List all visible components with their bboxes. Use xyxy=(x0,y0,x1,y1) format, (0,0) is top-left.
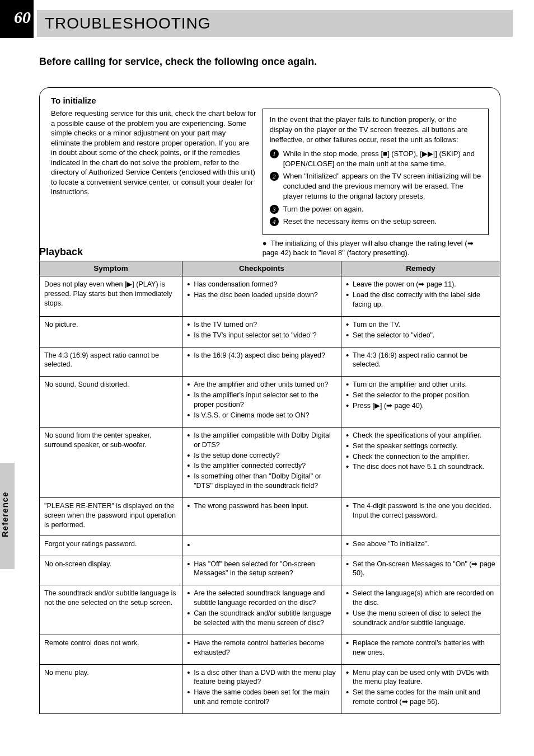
list-item: Have the remote control batteries become… xyxy=(187,638,336,658)
checkpoints-cell: Are the selected soundtrack language and… xyxy=(182,585,341,635)
list-item: Is the amplifier connected correctly? xyxy=(187,461,336,471)
list-item: Has the disc been loaded upside down? xyxy=(187,290,336,300)
list-item: The 4-digit password is the one you deci… xyxy=(346,501,495,520)
title-bar: TROUBLESHOOTING xyxy=(37,10,513,37)
step-number-2-icon: 2 xyxy=(270,172,279,181)
list-item: Set the On-screen Messages to "On" (➡ pa… xyxy=(346,560,495,579)
list-item: The disc does not have 5.1 ch soundtrack… xyxy=(346,462,495,472)
table-row: The 4:3 (16:9) aspect ratio cannot be se… xyxy=(40,347,500,377)
list-item: Has condensation formed? xyxy=(187,280,336,289)
symptom-cell: Does not play even when [▶] (PLAY) is pr… xyxy=(40,276,182,317)
list-item: Check the specifications of your amplifi… xyxy=(346,431,495,440)
table-row: "PLEASE RE-ENTER" is displayed on the sc… xyxy=(40,498,500,536)
list-item: Set the selector to the proper position. xyxy=(346,391,495,400)
step-number-3-icon: 3 xyxy=(270,205,279,214)
initialize-step-1: 1 While in the stop mode, press [■] (STO… xyxy=(270,149,481,169)
symptom-cell: The soundtrack and/or subtitle language … xyxy=(40,585,182,635)
initialize-step-4: 4 Reset the necessary items on the setup… xyxy=(270,217,481,227)
col-header-checkpoints: Checkpoints xyxy=(182,261,341,276)
list-item: Is the amplifier compatible with Dolby D… xyxy=(187,431,336,450)
page-number-tab: 60 xyxy=(0,0,34,38)
list-item: Set the same codes for the main unit and… xyxy=(346,688,495,707)
list-item: Load the disc correctly with the label s… xyxy=(346,290,495,309)
bullet-icon: ● xyxy=(263,239,269,247)
symptom-cell: Forgot your ratings password. xyxy=(40,536,182,556)
table-row: The soundtrack and/or subtitle language … xyxy=(40,585,500,635)
page-number: 60 xyxy=(0,8,31,27)
initialize-box-title: To initialize xyxy=(51,96,489,105)
step-text: Reset the necessary items on the setup s… xyxy=(283,217,437,227)
list-item: The wrong password has been input. xyxy=(187,501,336,511)
list-item: Is the TV's input selector set to "video… xyxy=(187,331,336,340)
list-item: Leave the power on (➡ page 11). xyxy=(346,280,495,289)
list-item: Is the setup done correctly? xyxy=(187,451,336,461)
list-item: Are the selected soundtrack language and… xyxy=(187,589,336,608)
list-item: Set the speaker settings correctly. xyxy=(346,442,495,451)
symptom-cell: "PLEASE RE-ENTER" is displayed on the sc… xyxy=(40,498,182,536)
list-item: The 4:3 (16:9) aspect ratio cannot be se… xyxy=(346,351,495,370)
initialize-procedure: In the event that the player fails to fu… xyxy=(263,109,489,258)
list-item: Is the TV turned on? xyxy=(187,320,336,330)
list-item: Use the menu screen of disc to select th… xyxy=(346,609,495,628)
step-text: When "Initialized" appears on the TV scr… xyxy=(283,171,481,202)
table-row: No picture.Is the TV turned on?Is the TV… xyxy=(40,316,500,347)
checkpoints-cell: Is the amplifier compatible with Dolby D… xyxy=(182,427,341,497)
remedy-cell: Menu play can be used only with DVDs wit… xyxy=(341,664,500,714)
list-item: Has "Off" been selected for "On-screen M… xyxy=(187,560,336,579)
initialize-right-intro: In the event that the player fails to fu… xyxy=(270,115,481,145)
table-row: No sound. Sound distorted.Are the amplif… xyxy=(40,377,500,428)
list-item: Is a disc other than a DVD with the menu… xyxy=(187,668,336,687)
table-row: No sound from the center speaker, surrou… xyxy=(40,427,500,497)
remedy-cell: The 4-digit password is the one you deci… xyxy=(341,498,500,536)
checkpoints-cell: Is a disc other than a DVD with the menu… xyxy=(182,664,341,714)
symptom-cell: No on-screen display. xyxy=(40,556,182,585)
initialize-intro-text: Before requesting service for this unit,… xyxy=(51,109,257,258)
checkpoints-cell: Are the amplifier and other units turned… xyxy=(182,377,341,428)
symptom-cell: No picture. xyxy=(40,316,182,347)
checkpoints-cell xyxy=(182,536,341,556)
initialize-box: To initialize Before requesting service … xyxy=(39,87,500,271)
initialize-note: The initializing of this player will als… xyxy=(263,239,474,257)
remedy-cell: Check the specifications of your amplifi… xyxy=(341,427,500,497)
remedy-cell: The 4:3 (16:9) aspect ratio cannot be se… xyxy=(341,347,500,377)
table-row: Remote control does not work.Have the re… xyxy=(40,635,500,664)
checkpoints-cell: Has condensation formed?Has the disc bee… xyxy=(182,276,341,317)
list-item: Set the selector to "video". xyxy=(346,331,495,340)
initialize-step-3: 3 Turn the power on again. xyxy=(270,204,481,214)
list-item: Replace the remote control's batteries w… xyxy=(346,638,495,658)
step-text: Turn the power on again. xyxy=(283,204,364,214)
list-item: Have the same codes been set for the mai… xyxy=(187,688,336,707)
symptom-cell: No menu play. xyxy=(40,664,182,714)
list-item: Select the language(s) which are recorde… xyxy=(346,589,495,608)
list-item: Is something other than "Dolby Digital" … xyxy=(187,472,336,491)
list-item: Is the amplifier's input selector set to… xyxy=(187,391,336,410)
section-heading-initialize: Before calling for service, check the fo… xyxy=(39,56,317,68)
side-tab-reference: Reference xyxy=(0,463,15,569)
remedy-cell: Set the On-screen Messages to "On" (➡ pa… xyxy=(341,556,500,585)
table-row: No menu play.Is a disc other than a DVD … xyxy=(40,664,500,714)
step-number-1-icon: 1 xyxy=(270,149,279,158)
checkpoints-cell: The wrong password has been input. xyxy=(182,498,341,536)
list-item: Is the 16:9 (4:3) aspect disc being play… xyxy=(187,351,336,360)
table-row: Forgot your ratings password. See above … xyxy=(40,536,500,556)
list-item: Menu play can be used only with DVDs wit… xyxy=(346,668,495,687)
table-row: No on-screen display.Has "Off" been sele… xyxy=(40,556,500,585)
list-item: Check the connection to the amplifier. xyxy=(346,452,495,462)
list-item: Turn on the TV. xyxy=(346,320,495,330)
remedy-cell: Replace the remote control's batteries w… xyxy=(341,635,500,664)
step-number-4-icon: 4 xyxy=(270,217,279,226)
step-text: While in the stop mode, press [■] (STOP)… xyxy=(283,149,481,169)
remedy-cell: Turn on the TV.Set the selector to "vide… xyxy=(341,316,500,347)
symptom-cell: The 4:3 (16:9) aspect ratio cannot be se… xyxy=(40,347,182,377)
page-title: TROUBLESHOOTING xyxy=(45,15,211,32)
checkpoints-cell: Is the TV turned on?Is the TV's input se… xyxy=(182,316,341,347)
table-row: Does not play even when [▶] (PLAY) is pr… xyxy=(40,276,500,317)
col-header-symptom: Symptom xyxy=(40,261,182,276)
symptom-cell: No sound. Sound distorted. xyxy=(40,377,182,428)
remedy-cell: See above "To initialize". xyxy=(341,536,500,556)
checkpoints-cell: Have the remote control batteries become… xyxy=(182,635,341,664)
troubleshooting-table: Symptom Checkpoints Remedy Does not play… xyxy=(39,261,500,714)
list-item: Turn on the amplifier and other units. xyxy=(346,380,495,389)
section-heading-playback: Playback xyxy=(39,246,83,258)
remedy-cell: Turn on the amplifier and other units.Se… xyxy=(341,377,500,428)
